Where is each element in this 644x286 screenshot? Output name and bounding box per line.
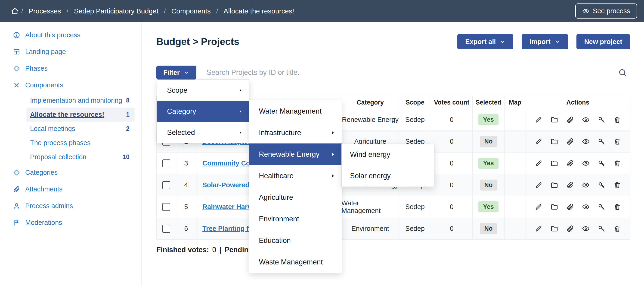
sidebar-item-label: About this process [25, 31, 80, 39]
breadcrumb-separator: / [216, 8, 218, 15]
sidebar-item-moderations[interactable]: Moderations [0, 214, 141, 231]
import-button[interactable]: Import [522, 34, 568, 49]
selected-badge: No [480, 223, 497, 234]
delete-icon[interactable] [614, 116, 621, 123]
row-checkbox[interactable] [162, 160, 170, 167]
menu-item-solar-energy[interactable]: Solar energy [342, 165, 434, 187]
menu-item-waste-management[interactable]: Waste Management [249, 251, 342, 273]
sidebar-subitem-proposal-collection[interactable]: Proposal collection 10 [26, 150, 135, 164]
sidebar-item-landing-page[interactable]: Landing page [0, 43, 141, 60]
menu-item-label: Solar energy [350, 172, 391, 180]
subitem-label: Implementation and monitoring [30, 97, 122, 104]
new-project-button[interactable]: New project [576, 34, 630, 49]
delete-icon[interactable] [614, 225, 621, 232]
preview-icon[interactable] [582, 225, 590, 232]
subitem-label: The process phases [30, 139, 90, 147]
menu-item-environment[interactable]: Environment [249, 208, 342, 230]
preview-icon[interactable] [582, 203, 590, 211]
menu-item-selected[interactable]: Selected [157, 122, 249, 143]
sidebar-item-phases[interactable]: Phases [0, 60, 141, 77]
grid-icon [13, 48, 20, 55]
edit-icon[interactable] [535, 160, 542, 167]
sidebar-subitem-implementation[interactable]: Implementation and monitoring 8 [26, 93, 135, 107]
sidebar-item-attachments[interactable]: Attachments [0, 181, 141, 197]
sidebar-item-label: Categories [25, 169, 58, 176]
see-process-button[interactable]: See process [575, 4, 637, 19]
project-title-link[interactable]: Solar-Powered S [202, 181, 256, 189]
edit-icon[interactable] [535, 181, 542, 189]
menu-item-healthcare[interactable]: Healthcare [249, 165, 342, 187]
permissions-key-icon[interactable] [598, 181, 605, 189]
sidebar-item-process-admins[interactable]: Process admins [0, 197, 141, 214]
menu-item-agriculture[interactable]: Agriculture [249, 187, 342, 208]
permissions-key-icon[interactable] [598, 225, 605, 232]
finished-votes-value: 0 [212, 246, 216, 254]
project-title-link[interactable]: Community Con [202, 160, 254, 167]
finished-votes-label: Finished votes: [156, 246, 209, 254]
stats-separator: | [220, 246, 222, 254]
edit-icon[interactable] [535, 116, 542, 123]
submenu-arrow-icon [330, 152, 336, 157]
menu-item-education[interactable]: Education [249, 230, 342, 251]
breadcrumb-processes[interactable]: Processes [29, 7, 61, 15]
attachment-icon[interactable] [566, 181, 574, 189]
row-checkbox[interactable] [162, 203, 170, 211]
folder-icon[interactable] [550, 225, 558, 232]
breadcrumb-process-name[interactable]: Sedep Participatory Budget [74, 7, 158, 15]
header-votes-count: Votes count [431, 96, 472, 109]
edit-icon[interactable] [535, 138, 542, 145]
edit-icon[interactable] [535, 225, 542, 232]
project-title-link[interactable]: Tree Planting fo [202, 225, 253, 232]
export-all-button[interactable]: Export all [457, 34, 513, 49]
preview-icon[interactable] [582, 116, 590, 123]
attachment-icon[interactable] [566, 203, 574, 211]
flag-icon [13, 219, 20, 226]
delete-icon[interactable] [614, 203, 621, 211]
permissions-key-icon[interactable] [598, 203, 605, 211]
folder-icon[interactable] [550, 116, 558, 123]
delete-icon[interactable] [614, 160, 621, 167]
sidebar-subitem-allocate-resources[interactable]: Allocate the resources! 1 [26, 107, 135, 122]
preview-icon[interactable] [582, 181, 590, 189]
menu-item-wind-energy[interactable]: Wind energy [342, 144, 434, 165]
menu-item-category[interactable]: Category [157, 101, 249, 122]
attachment-icon[interactable] [566, 160, 574, 167]
menu-item-water-management[interactable]: Water Management [249, 100, 342, 122]
sidebar-item-components[interactable]: Components [0, 77, 141, 93]
delete-icon[interactable] [614, 138, 621, 145]
row-map [504, 174, 526, 196]
attachment-icon[interactable] [566, 138, 574, 145]
permissions-key-icon[interactable] [598, 116, 605, 123]
folder-icon[interactable] [550, 138, 558, 145]
menu-item-renewable-energy[interactable]: Renewable Energy [249, 144, 342, 165]
delete-icon[interactable] [614, 181, 621, 189]
folder-icon[interactable] [550, 203, 558, 211]
permissions-key-icon[interactable] [598, 138, 605, 145]
sidebar-item-about[interactable]: About this process [0, 27, 141, 43]
home-icon[interactable] [11, 7, 19, 15]
preview-icon[interactable] [582, 160, 590, 167]
project-title-link[interactable]: Rainwater Harve [202, 203, 255, 211]
attachment-icon[interactable] [566, 225, 574, 232]
menu-item-scope[interactable]: Scope [157, 80, 249, 101]
attachment-icon[interactable] [566, 116, 574, 123]
count-badge: 10 [122, 154, 130, 161]
sidebar-item-label: Phases [25, 65, 48, 72]
permissions-key-icon[interactable] [598, 160, 605, 167]
sidebar-subitem-local-meetings[interactable]: Local meetings 2 [26, 122, 135, 136]
search-button[interactable] [618, 68, 627, 77]
edit-icon[interactable] [535, 203, 542, 211]
menu-item-infrastructure[interactable]: Infrastructure [249, 122, 342, 144]
search-input[interactable] [196, 68, 618, 77]
folder-icon[interactable] [550, 181, 558, 189]
admin-screen: / Processes / Sedep Participatory Budget… [0, 0, 644, 286]
breadcrumb-components[interactable]: Components [172, 7, 211, 15]
preview-icon[interactable] [582, 138, 590, 145]
row-checkbox[interactable] [162, 181, 170, 189]
sidebar-subitem-process-phases[interactable]: The process phases [26, 136, 135, 150]
sidebar-item-categories[interactable]: Categories [0, 164, 141, 181]
filter-button[interactable]: Filter [156, 66, 196, 79]
folder-icon[interactable] [550, 160, 558, 167]
page-title: Budget > Projects [156, 36, 239, 47]
row-checkbox[interactable] [162, 225, 170, 233]
